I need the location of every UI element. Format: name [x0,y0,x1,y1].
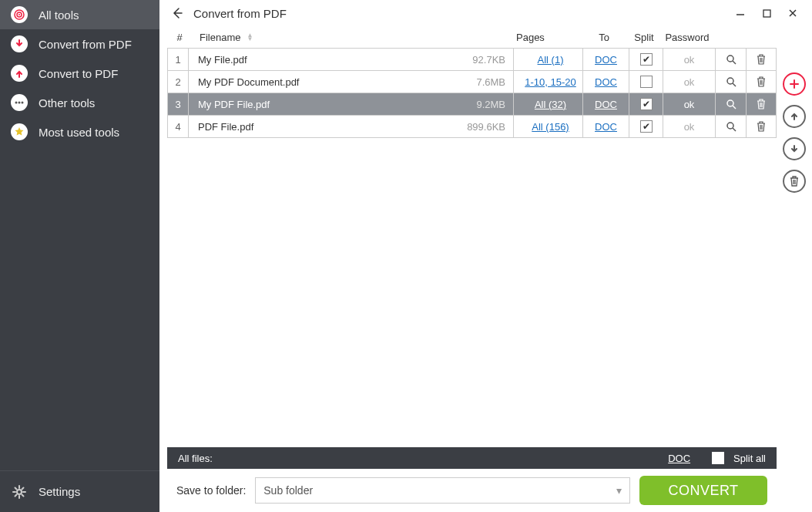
delete-all-button[interactable] [783,170,806,193]
arrow-down-icon [11,35,28,52]
row-to: DOC [582,116,629,137]
preview-button[interactable] [723,119,739,134]
all-files-label: All files: [178,453,213,464]
move-up-button[interactable] [783,105,806,128]
pages-link[interactable]: All (156) [532,121,569,133]
svg-line-16 [733,128,736,131]
table-header: # Filename ▲▼ Pages To Split Password [167,26,777,48]
delete-row-button[interactable] [753,96,769,112]
col-pages[interactable]: Pages [512,32,581,43]
row-pages: All (1) [513,49,582,70]
titlebar: Convert from PDF [159,0,812,26]
svg-line-10 [733,61,736,64]
to-link[interactable]: DOC [595,76,617,88]
preview-button[interactable] [723,52,739,67]
pages-link[interactable]: All (1) [538,54,564,66]
svg-point-5 [22,102,24,104]
col-password[interactable]: Password [661,32,713,43]
preview-button[interactable] [723,74,739,89]
col-filename[interactable]: Filename ▲▼ [190,32,459,43]
sidebar-item-label: Convert to PDF [39,67,118,80]
split-all-checkbox[interactable] [712,452,724,464]
magnifier-icon [726,99,737,109]
svg-point-15 [727,123,733,129]
sidebar: All tools Convert from PDF Convert to PD… [0,0,159,512]
row-number: 2 [167,71,189,93]
minimize-button[interactable] [727,2,753,25]
row-password: ok [663,93,715,115]
row-filename: My PDF Document.pdf [189,71,461,93]
split-checkbox[interactable] [640,76,653,88]
sidebar-item-label: All tools [39,8,79,22]
row-size: 899.6KB [461,116,513,137]
sidebar-item-most-used[interactable]: Most used tools [0,117,159,147]
preview-button[interactable] [723,96,739,112]
svg-point-11 [727,78,733,84]
svg-point-2 [18,14,20,15]
delete-row-button[interactable] [753,52,769,67]
move-down-button[interactable] [783,137,806,160]
row-size: 9.2MB [461,93,513,115]
trash-icon [757,121,766,132]
maximize-button[interactable] [753,2,780,25]
table-row[interactable]: 1My File.pdf92.7KBAll (1)DOCok [167,49,777,71]
split-checkbox[interactable] [640,53,653,66]
back-button[interactable] [166,2,187,24]
table-row[interactable]: 2My PDF Document.pdf7.6MB1-10, 15-20DOCo… [167,71,777,93]
sidebar-item-all-tools[interactable]: All tools [0,0,159,29]
sidebar-item-label: Most used tools [39,126,119,139]
row-size: 92.7KB [461,49,513,70]
split-checkbox[interactable] [640,120,653,133]
row-to: DOC [582,93,629,115]
row-filename: PDF File.pdf [189,116,461,137]
trash-icon [757,99,766,109]
delete-row-button[interactable] [753,74,769,89]
pages-link[interactable]: All (32) [535,99,566,110]
sidebar-item-convert-from-pdf[interactable]: Convert from PDF [0,29,159,59]
table-row[interactable]: 4PDF File.pdf899.6KBAll (156)DOCok [167,116,777,138]
page-title: Convert from PDF [193,7,287,20]
sidebar-settings[interactable]: Settings [0,470,159,512]
split-checkbox[interactable] [640,98,653,110]
side-toolbar [777,26,812,512]
all-to-link[interactable]: DOC [668,453,690,464]
delete-row-button[interactable] [753,119,769,134]
bottom-bar: Save to folder: Sub folder ▾ CONVERT [167,469,777,512]
col-number[interactable]: # [169,32,190,43]
gear-icon [11,483,28,500]
convert-button[interactable]: CONVERT [639,476,767,505]
row-password: ok [663,116,715,137]
svg-rect-8 [763,10,770,17]
svg-point-9 [727,56,733,62]
save-folder-label: Save to folder: [176,484,246,497]
magnifier-icon [726,121,737,132]
folder-select[interactable]: Sub folder ▾ [255,477,630,504]
to-link[interactable]: DOC [595,54,617,66]
to-link[interactable]: DOC [595,99,617,110]
star-icon [11,123,28,140]
pages-link[interactable]: 1-10, 15-20 [525,76,576,88]
sidebar-item-other-tools[interactable]: Other tools [0,88,159,117]
svg-point-3 [15,102,18,104]
col-split[interactable]: Split [627,32,661,43]
row-to: DOC [582,49,629,70]
table-body: 1My File.pdf92.7KBAll (1)DOCok2My PDF Do… [167,48,777,447]
table-row[interactable]: 3My PDF File.pdf9.2MBAll (32)DOCok [167,93,777,116]
row-pages: All (156) [513,116,582,137]
svg-point-4 [18,102,21,104]
settings-label: Settings [39,485,80,498]
row-password: ok [663,49,715,70]
add-file-button[interactable] [783,72,806,96]
sidebar-item-convert-to-pdf[interactable]: Convert to PDF [0,59,159,88]
row-number: 4 [167,116,189,137]
row-size: 7.6MB [461,71,513,93]
main-panel: Convert from PDF # Filename ▲▼ Pages To [159,0,812,512]
col-to[interactable]: To [581,32,627,43]
sidebar-item-label: Convert from PDF [39,38,132,51]
arrow-up-icon [11,65,28,82]
close-button[interactable] [780,2,806,25]
to-link[interactable]: DOC [595,121,617,133]
row-number: 3 [167,93,189,115]
trash-icon [757,54,766,65]
row-filename: My File.pdf [189,49,461,70]
